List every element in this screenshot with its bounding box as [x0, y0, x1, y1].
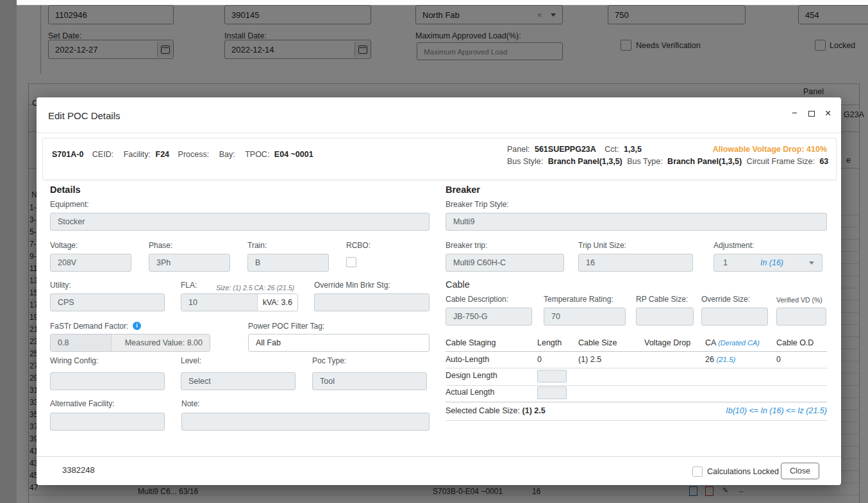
verified-vd-input[interactable] [776, 308, 826, 326]
cable-heading: Cable [446, 279, 470, 290]
override-min-brkr-label: Override Min Brkr Stg: [314, 281, 390, 290]
design-length-label: Design Length [446, 371, 497, 380]
breaker-heading: Breaker [446, 185, 480, 195]
process-label: Process: [178, 150, 210, 159]
note-label: Note: [181, 399, 200, 408]
screen: North Fab × Set Date: Install Date: Maxi… [0, 0, 868, 503]
actual-length-label: Actual Length [446, 388, 494, 397]
cct-value: 1,3,5 [624, 145, 642, 154]
staging-header-divider [446, 351, 827, 352]
temperature-rating-input[interactable] [544, 308, 626, 326]
breaker-trip-style-label: Breaker Trip Style: [446, 200, 509, 209]
phase-input[interactable] [149, 254, 230, 272]
fla-size-note: Size: (1) 2.5 CA: 26 (21.5) [216, 284, 294, 292]
staging-col-cable-size: Cable Size [578, 338, 617, 347]
train-input[interactable] [247, 254, 329, 272]
wiring-config-label: Wiring Config: [50, 356, 98, 365]
header-divider [37, 133, 841, 133]
design-length-input[interactable] [537, 370, 567, 383]
cable-formula: Ib(10) <= In (16) <= Iz (21.5) [446, 406, 827, 415]
adjustment-label: Adjustment: [714, 241, 754, 250]
rcbo-checkbox[interactable] [346, 257, 356, 267]
selected-row-divider [446, 420, 827, 421]
staging-bottom-divider [446, 402, 827, 402]
facility-value: F24 [156, 150, 170, 159]
breaker-trip-style-input[interactable] [446, 213, 827, 231]
ceid-label: CEID: [92, 150, 113, 159]
auto-cable-size-value: (1) 2.5 [578, 355, 601, 364]
override-size-input[interactable] [701, 308, 768, 326]
minimize-icon[interactable]: − [792, 108, 797, 117]
close-button[interactable]: Close [781, 463, 819, 479]
equipment-input[interactable] [50, 213, 430, 231]
page-top-strip [17, 0, 868, 5]
fla-label: FLA: [181, 281, 197, 290]
rcbo-label: RCBO: [346, 241, 371, 250]
cable-description-input[interactable] [446, 308, 532, 326]
utility-label: Utility: [50, 281, 71, 290]
maximize-icon[interactable] [808, 111, 815, 117]
voltage-input[interactable] [50, 254, 131, 272]
measured-value: Measured Value: 8.00 [112, 334, 210, 351]
poc-info-left: S701A-0 CEID: Facility: F24 Process: Bay… [52, 150, 320, 159]
staging-col-ca: CA (Derated CA) [705, 338, 760, 347]
facility-label: Facility: [124, 150, 151, 159]
alternative-facility-label: Alternative Facility: [50, 399, 115, 408]
auto-length-label: Auto-Length [446, 355, 489, 364]
calculations-locked-checkbox[interactable] [692, 466, 703, 477]
bus-type-value: Branch Panel(1,3,5) [667, 157, 742, 166]
power-poc-filter-label: Power POC Filter Tag: [248, 322, 324, 331]
temperature-rating-label: Temperature Rating: [544, 295, 613, 304]
staging-col-staging: Cable Staging [446, 338, 496, 347]
edit-poc-details-dialog: Edit POC Details − × S701A-0 CEID: Facil… [37, 97, 841, 485]
poc-info-bar: S701A-0 CEID: Facility: F24 Process: Bay… [42, 138, 837, 180]
fastr-demand-label: FaSTr Demand Factor: [50, 322, 128, 331]
breaker-trip-input[interactable] [446, 254, 564, 272]
adjustment-value: 1 [714, 254, 735, 271]
dialog-title: Edit POC Details [48, 110, 121, 121]
poc-type-label: Poc Type: [312, 356, 346, 365]
wiring-config-input[interactable] [50, 372, 165, 390]
override-min-brkr-input[interactable] [314, 293, 430, 311]
note-input[interactable] [181, 413, 430, 431]
utility-input[interactable] [50, 293, 165, 311]
auto-ca-value: 26 (21.5) [705, 355, 735, 364]
details-heading: Details [50, 185, 81, 195]
calculations-locked-label: Calculations Locked [707, 467, 779, 476]
power-poc-filter-input[interactable] [248, 334, 430, 352]
auto-length-value: 0 [537, 355, 542, 364]
staging-col-length: Length [537, 338, 562, 347]
info-icon[interactable]: i [133, 322, 141, 330]
trip-unit-size-label: Trip Unit Size: [578, 241, 626, 250]
level-input[interactable] [181, 372, 296, 390]
actual-length-input[interactable] [537, 386, 567, 399]
fla-group: 10 kVA: 3.6 [181, 293, 298, 311]
trip-unit-size-input[interactable] [578, 254, 693, 272]
voltage-label: Voltage: [50, 241, 78, 250]
staging-col-voltage-drop: Voltage Drop [644, 338, 690, 347]
circuit-frame-label: Circuit Frame Size: [747, 157, 815, 166]
auto-od-value: 0 [776, 355, 781, 364]
reference-id: 3382248 [62, 465, 95, 475]
verified-vd-label: Verified VD (%) [776, 296, 822, 304]
fla-input[interactable]: 10 [181, 294, 258, 311]
staging-row-divider [446, 385, 827, 386]
cable-description-label: Cable Description: [446, 295, 508, 304]
panel-info-line1: Panel: 561SUEPPG23A Cct: 1,3,5 [507, 145, 648, 154]
alternative-facility-input[interactable] [50, 413, 165, 431]
staging-row-divider [446, 368, 827, 368]
circuit-frame-value: 63 [819, 157, 828, 166]
rp-cable-size-input[interactable] [636, 308, 694, 326]
footer-divider [37, 456, 841, 457]
chevron-down-icon[interactable] [809, 261, 814, 265]
fastr-input[interactable]: 0.8 [51, 334, 112, 351]
panel-label: Panel: [507, 145, 530, 154]
rp-cable-size-label: RP Cable Size: [636, 295, 688, 304]
adjustment-select[interactable]: 1 In (16) [714, 254, 822, 272]
poc-type-input[interactable] [312, 372, 427, 390]
close-icon[interactable]: × [825, 109, 831, 118]
adjustment-in-value: In (16) [735, 258, 809, 267]
cct-label: Cct: [605, 145, 619, 154]
panel-value: 561SUEPPG23A [535, 145, 596, 154]
fastr-group: 0.8 Measured Value: 8.00 [50, 334, 210, 352]
